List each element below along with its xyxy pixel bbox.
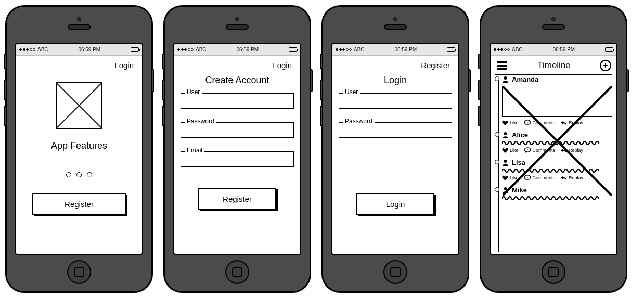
add-post-button[interactable]: +: [600, 60, 611, 71]
status-bar: ABC 06:59 PM: [332, 44, 458, 56]
signal-dots-icon: [177, 48, 194, 51]
signal-dots-icon: [336, 48, 352, 51]
signal-dots-icon: [19, 48, 35, 51]
clock-label: 06:59 PM: [394, 47, 417, 53]
login-link[interactable]: Login: [181, 60, 294, 72]
replay-button[interactable]: Replay: [560, 147, 583, 153]
status-bar: ABC 06:59 PM: [491, 44, 616, 56]
battery-icon: [131, 47, 139, 52]
home-button[interactable]: [225, 260, 249, 284]
post-username[interactable]: Alice: [512, 131, 528, 139]
timeline-dot-icon: [495, 76, 499, 81]
speech-icon: [524, 175, 531, 181]
status-bar: ABC 06:59 PM: [174, 44, 300, 56]
signal-dots-icon: [494, 48, 510, 51]
heart-icon: [502, 147, 508, 153]
phone-frame-login: ABC 06:59 PM Register Login User Passwor…: [321, 5, 469, 293]
page-dot[interactable]: [76, 172, 82, 177]
phone-frame-signup: ABC 06:59 PM Login Create Account User P…: [163, 5, 311, 293]
navbar: Timeline +: [495, 58, 612, 75]
post-text-placeholder: [502, 141, 612, 145]
home-button[interactable]: [542, 260, 565, 284]
user-icon: [502, 132, 509, 138]
timeline-post: Lisa Like Comments Replay: [502, 159, 612, 181]
reply-icon: [560, 147, 567, 153]
screen-login: ABC 06:59 PM Register Login User Passwor…: [331, 43, 459, 255]
clock-label: 06:59 PM: [236, 47, 259, 53]
replay-button[interactable]: Replay: [560, 175, 583, 181]
status-bar: ABC 06:59 PM: [16, 44, 142, 56]
page-title: Login: [339, 75, 452, 86]
phone-frame-timeline: ABC 06:59 PM Timeline + Amanda: [480, 5, 627, 293]
page-title: Create Account: [181, 75, 294, 86]
like-button[interactable]: Like: [502, 175, 519, 181]
post-username[interactable]: Amanda: [512, 75, 538, 83]
register-link[interactable]: Register: [339, 60, 452, 72]
screen-timeline: ABC 06:59 PM Timeline + Amanda: [490, 43, 617, 255]
post-text-placeholder: [502, 169, 612, 173]
menu-icon[interactable]: [496, 60, 508, 71]
heart-icon: [502, 175, 508, 181]
page-dot[interactable]: [87, 172, 92, 177]
timeline-post: Alice Like Comments Replay: [502, 131, 612, 153]
carrier-label: ABC: [512, 47, 523, 53]
speech-icon: [524, 147, 531, 153]
phone-frame-onboarding: ABC 06:59 PM Login App Features Register: [5, 5, 153, 293]
post-text-placeholder: [502, 196, 612, 200]
post-image-placeholder[interactable]: [502, 86, 612, 117]
email-field-label: Email: [185, 147, 204, 154]
screen-create-account: ABC 06:59 PM Login Create Account User P…: [173, 43, 301, 255]
battery-icon: [605, 47, 613, 52]
carrier-label: ABC: [354, 47, 365, 53]
page-indicator[interactable]: [22, 172, 136, 177]
clock-label: 06:59 PM: [78, 47, 100, 53]
screen-onboarding: ABC 06:59 PM Login App Features Register: [15, 43, 143, 255]
user-icon: [502, 187, 509, 193]
page-dot[interactable]: [66, 172, 71, 177]
timeline-post: Mike: [502, 186, 612, 200]
timeline-dot-icon: [495, 187, 499, 192]
home-button[interactable]: [67, 260, 91, 284]
home-button[interactable]: [383, 260, 407, 284]
page-title: Timeline: [537, 60, 571, 71]
user-field-label: User: [343, 88, 360, 96]
password-field-label: Password: [343, 118, 375, 125]
register-button[interactable]: Register: [32, 193, 126, 215]
battery-icon: [447, 47, 455, 52]
login-button[interactable]: Login: [356, 193, 434, 215]
like-button[interactable]: Like: [502, 147, 519, 153]
carrier-label: ABC: [196, 47, 207, 53]
timeline-post: Amanda Like Comments Replay: [502, 75, 612, 126]
login-link[interactable]: Login: [22, 60, 136, 72]
post-username[interactable]: Lisa: [512, 159, 525, 166]
post-username[interactable]: Mike: [512, 186, 527, 194]
timeline-list: Amanda Like Comments Replay: [495, 75, 612, 252]
comments-button[interactable]: Comments: [524, 147, 556, 153]
features-title: App Features: [22, 140, 136, 151]
user-icon: [502, 159, 509, 166]
reply-icon: [560, 175, 567, 181]
app-logo-placeholder: [56, 82, 102, 129]
register-button[interactable]: Register: [198, 188, 276, 210]
battery-icon: [289, 47, 297, 52]
comments-button[interactable]: Comments: [524, 175, 556, 181]
clock-label: 06:59 PM: [552, 47, 575, 53]
user-icon: [502, 76, 509, 83]
timeline-dot-icon: [495, 160, 499, 164]
carrier-label: ABC: [37, 47, 48, 53]
user-field-label: User: [185, 88, 202, 96]
timeline-dot-icon: [495, 132, 499, 137]
password-field-label: Password: [185, 118, 216, 125]
